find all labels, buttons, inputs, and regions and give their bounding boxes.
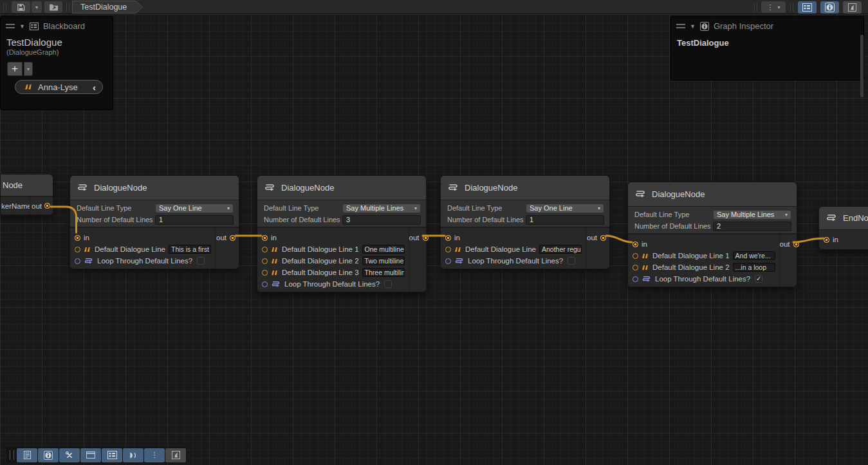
toggle-dialogue-preview-button[interactable] [123, 448, 143, 462]
blackboard-panel[interactable]: ▼ Blackboard TestDialogue (DialogueGraph… [0, 16, 113, 110]
dialogue-node-3[interactable]: DialogueNode Default Line Type Say One L… [440, 175, 610, 269]
line-type-dropdown[interactable]: Say Multiple Lines ▾ [713, 210, 791, 220]
open-asset-button[interactable] [44, 1, 62, 13]
loop-dialogue-icon [454, 258, 464, 265]
dialogue-line-field[interactable]: Two multiline [362, 256, 405, 265]
drag-handle-icon[interactable] [6, 24, 15, 28]
toolbar-divider [754, 3, 757, 12]
toggle-minimap-button[interactable] [843, 1, 862, 14]
in-port[interactable] [75, 235, 80, 241]
line-type-label: Default Line Type [264, 204, 342, 212]
chevron-down-icon: ▾ [414, 205, 417, 211]
node-properties: Default Line Type Say Multiple Lines ▾ N… [628, 207, 797, 234]
loop-checkbox[interactable] [197, 257, 205, 265]
dialogue-line-port[interactable] [633, 253, 638, 259]
toggle-tools-button[interactable] [59, 448, 80, 462]
dialogue-line-label: Default Dialogue Line 3 [282, 269, 359, 276]
toolbar-drag-handle[interactable] [10, 450, 14, 460]
line-type-dropdown[interactable]: Say One Line ▾ [526, 204, 604, 213]
toggle-minimap-button[interactable] [165, 448, 186, 462]
dialogue-line-field[interactable]: Another regu [539, 245, 582, 254]
speaker-name-node[interactable]: Node kerName out [0, 174, 53, 215]
dialogue-line-field[interactable]: ...in a loop [733, 263, 775, 272]
out-port[interactable] [44, 203, 50, 209]
node-title-bar[interactable]: DialogueNode [441, 176, 609, 200]
line-type-dropdown[interactable]: Say Multiple Lines ▾ [342, 204, 421, 213]
node-properties: Default Line Type Say Multiple Lines ▾ N… [257, 200, 426, 228]
out-port[interactable] [793, 242, 799, 247]
dialogue-line-field[interactable]: Three multilin [362, 268, 405, 277]
out-port[interactable] [600, 235, 606, 241]
loop-port[interactable] [262, 281, 268, 287]
toggle-blackboard-button[interactable] [102, 448, 122, 462]
inspector-scrollbar[interactable] [860, 35, 863, 97]
overflow-menu-button[interactable]: ⋮ [144, 448, 165, 462]
loop-port[interactable] [633, 276, 638, 282]
loop-label: Loop Through Default Lines? [468, 257, 563, 265]
dialogue-line-port[interactable] [262, 270, 268, 276]
dialogue-line-port[interactable] [633, 265, 638, 270]
num-lines-label: Number of Default Lines [264, 216, 342, 223]
node-title-bar[interactable]: EndNode [819, 207, 868, 230]
in-port[interactable] [633, 242, 638, 247]
loop-checkbox[interactable] [568, 257, 575, 265]
line-type-dropdown[interactable]: Say One Line ▾ [155, 204, 234, 213]
loop-checkbox[interactable]: ✓ [755, 275, 762, 283]
dialogue-line-field[interactable]: One multiline [362, 245, 405, 254]
dialogue-node-1[interactable]: DialogueNode Default Line Type Say One L… [69, 175, 239, 269]
dialogue-line-port[interactable] [262, 258, 268, 264]
collapse-icon[interactable]: ‹ [93, 82, 96, 93]
num-lines-field[interactable]: 2 [713, 222, 791, 231]
in-port[interactable] [445, 235, 451, 241]
toolbar-divider [3, 3, 6, 12]
toggle-info-button[interactable] [38, 448, 59, 462]
node-title-bar[interactable]: DialogueNode [70, 176, 239, 200]
in-port-label: in [84, 234, 89, 242]
blackboard-icon [802, 3, 812, 12]
toggle-script-panel-button[interactable] [17, 448, 37, 462]
dialogue-node-4[interactable]: DialogueNode Default Line Type Say Multi… [627, 182, 797, 287]
add-property-button[interactable]: + [7, 62, 23, 76]
out-port[interactable] [230, 235, 235, 241]
graph-inspector-panel[interactable]: ▼ Graph Inspector TestDialogue [670, 16, 864, 81]
folder-icon [49, 3, 59, 11]
foldout-arrow-icon[interactable]: ▼ [19, 23, 25, 30]
toggle-blackboard-button[interactable] [798, 1, 817, 14]
dialogue-node-2[interactable]: DialogueNode Default Line Type Say Multi… [257, 175, 427, 292]
speaker-waves-icon [129, 451, 138, 459]
num-lines-field[interactable]: 1 [526, 215, 604, 225]
add-property-options-button[interactable]: ▾ [24, 62, 33, 76]
foldout-arrow-icon[interactable]: ▼ [690, 23, 696, 30]
overflow-menu-button[interactable]: ⋮ ▾ [761, 1, 786, 13]
out-port[interactable] [423, 235, 429, 241]
exposed-property-anna-lyse[interactable]: Anna-Lyse ‹ [15, 80, 103, 94]
in-port[interactable] [262, 235, 268, 241]
dropdown-value: Say One Line [530, 204, 573, 212]
save-options-button[interactable]: ▾ [32, 1, 42, 13]
dialogue-line-port[interactable] [445, 247, 451, 252]
dialogue-line-port[interactable] [75, 247, 80, 252]
dialogue-line-field[interactable]: This is a first [169, 245, 211, 254]
toggle-inspector-button[interactable] [820, 1, 839, 14]
num-lines-field[interactable]: 1 [155, 215, 234, 225]
dialogue-line-port[interactable] [262, 247, 268, 252]
toggle-window-button[interactable] [80, 448, 101, 462]
drag-handle-icon[interactable] [676, 24, 685, 28]
in-port[interactable] [824, 237, 829, 243]
node-title-bar[interactable]: DialogueNode [257, 176, 426, 200]
num-lines-field[interactable]: 3 [342, 215, 421, 225]
dropdown-value: Say Multiple Lines [346, 204, 403, 212]
loop-port[interactable] [75, 258, 80, 264]
chevron-down-icon: ▾ [227, 205, 230, 211]
loop-checkbox[interactable] [384, 280, 392, 288]
num-lines-label: Number of Default Lines [77, 216, 155, 223]
dialogue-line-field[interactable]: And we're... [733, 251, 775, 260]
save-button[interactable] [12, 1, 30, 13]
kebab-icon: ⋮ [766, 3, 773, 12]
loop-port[interactable] [445, 258, 451, 264]
graph-tab[interactable]: TestDialogue [72, 1, 143, 14]
end-node[interactable]: EndNode in [818, 206, 868, 250]
save-icon [17, 3, 25, 12]
node-title-bar[interactable]: DialogueNode [628, 182, 797, 207]
in-port-label: in [271, 234, 277, 242]
